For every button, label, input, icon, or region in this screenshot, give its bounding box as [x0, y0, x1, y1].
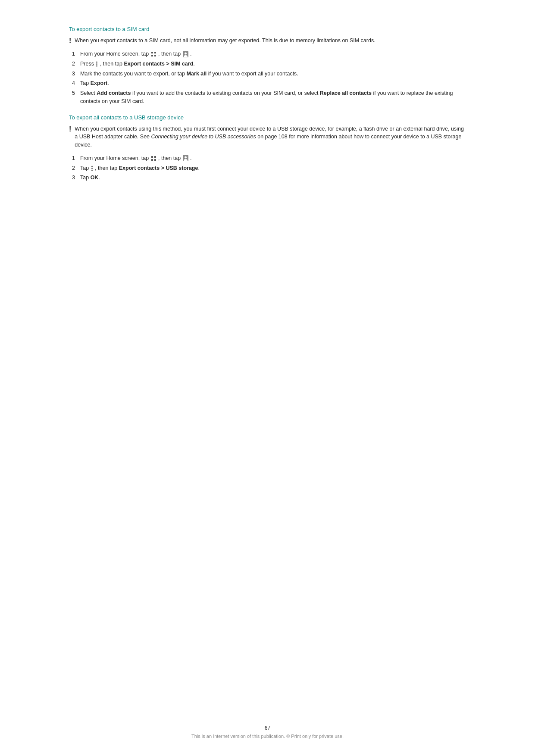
page-number: 67 [0, 725, 535, 731]
section1-warning-block: ! When you export contacts to a SIM card… [69, 37, 466, 45]
step-content: Select Add contacts if you want to add t… [80, 89, 466, 106]
add-contacts-bold: Add contacts [97, 90, 131, 96]
section2-steps: 1 From your Home screen, tap , then tap [69, 154, 466, 182]
dots-icon-2 [91, 166, 93, 171]
export-usb-bold: Export contacts > USB storage [119, 165, 198, 171]
warning-icon-1: ! [69, 37, 71, 45]
step-num: 4 [69, 79, 75, 87]
svg-rect-12 [154, 159, 156, 161]
svg-rect-10 [154, 156, 156, 158]
section2: To export all contacts to a USB storage … [69, 114, 466, 182]
mark-all-bold: Mark all [187, 71, 207, 77]
grid-icon-1 [151, 51, 156, 57]
export-bold: Export [91, 80, 108, 86]
svg-rect-2 [151, 55, 153, 56]
step-content: Tap , then tap Export contacts > USB sto… [80, 164, 466, 172]
footer-note: This is an Internet version of this publ… [0, 734, 535, 739]
section1-warning-text: When you export contacts to a SIM card, … [75, 37, 375, 45]
step-content: From your Home screen, tap , then tap . [80, 154, 466, 162]
svg-point-16 [91, 168, 93, 169]
italic-link: Connecting your device to USB accessorie… [151, 134, 256, 140]
section1-step-2: 2 Press , then tap Export contacts > SIM… [69, 60, 466, 68]
section2-warning-text: When you export contacts using this meth… [75, 125, 466, 149]
section2-step-2: 2 Tap , then tap Export contacts > USB s… [69, 164, 466, 172]
section2-heading: To export all contacts to a USB storage … [69, 114, 466, 121]
step-num: 3 [69, 70, 75, 78]
svg-rect-0 [151, 52, 153, 53]
step-num: 2 [69, 164, 75, 172]
person-icon-2 [183, 155, 188, 161]
svg-rect-11 [151, 159, 153, 161]
step-content: From your Home screen, tap , then tap . [80, 50, 466, 58]
step-num: 1 [69, 154, 75, 162]
svg-point-5 [185, 52, 187, 54]
svg-rect-3 [154, 55, 156, 56]
step-content: Press , then tap Export contacts > SIM c… [80, 60, 466, 68]
dots-icon-1 [96, 61, 98, 67]
section1-steps: 1 From your Home screen, tap , then tap [69, 50, 466, 106]
step-num: 2 [69, 60, 75, 68]
svg-point-8 [96, 65, 97, 66]
section1-step-4: 4 Tap Export. [69, 79, 466, 87]
replace-contacts-bold: Replace all contacts [320, 90, 372, 96]
step-num: 1 [69, 50, 75, 58]
section1: To export contacts to a SIM card ! When … [69, 26, 466, 106]
section1-step-5: 5 Select Add contacts if you want to add… [69, 89, 466, 106]
section1-step-1: 1 From your Home screen, tap , then tap [69, 50, 466, 58]
ok-bold: OK [91, 175, 99, 181]
step-num: 5 [69, 89, 75, 97]
svg-point-15 [91, 166, 93, 167]
step-num: 3 [69, 174, 75, 182]
svg-point-6 [96, 61, 97, 62]
section1-step-3: 3 Mark the contacts you want to export, … [69, 70, 466, 78]
warning-icon-2: ! [69, 125, 71, 133]
step-content: Tap Export. [80, 79, 466, 87]
person-icon-1 [183, 51, 188, 57]
svg-point-7 [96, 63, 97, 65]
step2-bold: Export contacts > SIM card [124, 61, 194, 67]
page-footer: 67 This is an Internet version of this p… [0, 725, 535, 739]
section1-heading: To export contacts to a SIM card [69, 26, 466, 32]
svg-rect-9 [151, 156, 153, 158]
section2-warning-block: ! When you export contacts using this me… [69, 125, 466, 149]
svg-point-14 [185, 156, 187, 159]
section2-step-1: 1 From your Home screen, tap , then tap [69, 154, 466, 162]
section2-step-3: 3 Tap OK. [69, 174, 466, 182]
page: To export contacts to a SIM card ! When … [0, 0, 535, 756]
step-content: Mark the contacts you want to export, or… [80, 70, 466, 78]
svg-rect-1 [154, 52, 156, 53]
step-content: Tap OK. [80, 174, 466, 182]
grid-icon-2 [151, 156, 156, 161]
svg-point-17 [91, 169, 93, 171]
